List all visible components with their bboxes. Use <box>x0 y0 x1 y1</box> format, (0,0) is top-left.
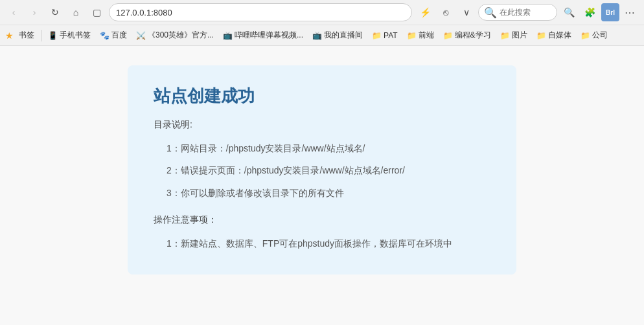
dir-section-label: 目录说明: <box>154 119 490 131</box>
bookmark-star-label[interactable]: 书签 <box>15 28 38 42</box>
bookmark-media[interactable]: 📁 自媒体 <box>533 28 575 42</box>
bookmark-300heroes[interactable]: ⚔️ 《300英雄》官方... <box>132 28 218 42</box>
refresh-button[interactable]: ↻ <box>47 4 63 21</box>
address-bar[interactable]: 127.0.0.1:8080 <box>109 3 412 21</box>
bookmark-coding-label: 编程&学习 <box>455 30 491 41</box>
bookmark-baidu-label: 百度 <box>111 30 127 41</box>
home-button[interactable]: ⌂ <box>67 4 84 21</box>
bookmark-frontend[interactable]: 📁 前端 <box>403 28 438 42</box>
bookmark-pat-label: PAT <box>384 31 398 40</box>
ops-item-1: 1：新建站点、数据库、FTP可在phpstudy面板操作，数据库可在环境中 <box>154 232 490 254</box>
dir-list: 1：网站目录：/phpstudy安装目录/www/站点域名/ 2：错误提示页面：… <box>154 137 490 204</box>
search-icon: 🔍 <box>484 6 497 19</box>
bookmark-300heroes-label: 《300英雄》官方... <box>148 30 214 41</box>
bookmark-coding[interactable]: 📁 编程&学习 <box>439 28 495 42</box>
dir-item-2: 2：错误提示页面：/phpstudy安装目录/www/站点域名/error/ <box>154 159 490 181</box>
bookmark-stream[interactable]: 📺 我的直播间 <box>308 28 367 42</box>
page-content: 站点创建成功 目录说明: 1：网站目录：/phpstudy安装目录/www/站点… <box>0 46 644 325</box>
bookmark-company-label: 公司 <box>592 30 608 41</box>
success-card: 站点创建成功 目录说明: 1：网站目录：/phpstudy安装目录/www/站点… <box>128 65 516 275</box>
nav-right: ⚡ ⎋ ∨ 🔍 🔍 🧩 BrI ⋯ <box>416 3 639 21</box>
browser-chrome: ‹ › ↻ ⌂ ▢ 127.0.0.1:8080 ⚡ ⎋ ∨ 🔍 🔍 🧩 BrI… <box>0 0 644 46</box>
bookmark-media-label: 自媒体 <box>548 30 571 41</box>
bookmark-separator <box>41 30 41 41</box>
back-button[interactable]: ‹ <box>5 4 22 21</box>
heroes-icon: ⚔️ <box>136 31 146 40</box>
share-button[interactable]: ⎋ <box>437 3 455 21</box>
bookmarks-bar: ★ 书签 📱 手机书签 🐾 百度 ⚔️ 《300英雄》官方... 📺 哔哩哔哩弹… <box>0 25 644 45</box>
ops-section-label: 操作注意事项： <box>154 214 490 226</box>
bookmark-images-label: 图片 <box>512 30 527 41</box>
bookmark-bilibili-label: 哔哩哔哩弹幕视频... <box>235 30 303 41</box>
bookmark-bilibili[interactable]: 📺 哔哩哔哩弹幕视频... <box>219 28 307 42</box>
profile-area: BrI ⋯ <box>601 3 639 21</box>
page-title: 站点创建成功 <box>154 85 490 107</box>
star-icon: ★ <box>5 30 14 41</box>
bookmark-baidu[interactable]: 🐾 百度 <box>96 28 131 42</box>
bookmark-mobile[interactable]: 📱 手机书签 <box>44 28 95 42</box>
forward-button[interactable]: › <box>26 4 43 21</box>
avatar[interactable]: BrI <box>601 3 619 21</box>
coding-icon: 📁 <box>443 31 453 40</box>
nav-bar: ‹ › ↻ ⌂ ▢ 127.0.0.1:8080 ⚡ ⎋ ∨ 🔍 🔍 🧩 BrI… <box>0 0 644 25</box>
pat-icon: 📁 <box>372 31 382 40</box>
bookmark-star-text: 书签 <box>19 30 34 41</box>
bookmark-pat[interactable]: 📁 PAT <box>368 30 402 41</box>
media-icon: 📁 <box>536 31 546 40</box>
tab-button[interactable]: ▢ <box>88 4 105 21</box>
images-icon: 📁 <box>500 31 510 40</box>
mobile-icon: 📱 <box>48 31 58 40</box>
bookmark-frontend-label: 前端 <box>419 30 434 41</box>
bookmark-stream-label: 我的直播间 <box>324 30 363 41</box>
lightning-button[interactable]: ⚡ <box>416 3 434 21</box>
bookmark-images[interactable]: 📁 图片 <box>496 28 531 42</box>
frontend-icon: 📁 <box>407 31 417 40</box>
stream-icon: 📺 <box>312 31 322 40</box>
search-box[interactable]: 🔍 <box>478 4 557 21</box>
bookmark-company[interactable]: 📁 公司 <box>577 28 612 42</box>
zoom-button[interactable]: 🔍 <box>560 3 578 21</box>
company-icon: 📁 <box>581 31 590 40</box>
dir-item-3: 3：你可以删除或者修改该目录下的所有文件 <box>154 182 490 204</box>
baidu-icon: 🐾 <box>100 31 109 40</box>
menu-dots[interactable]: ⋯ <box>621 3 639 21</box>
dropdown-button[interactable]: ∨ <box>457 3 476 21</box>
extensions-button[interactable]: 🧩 <box>581 3 599 21</box>
url-text: 127.0.0.1:8080 <box>116 8 405 17</box>
dir-item-1: 1：网站目录：/phpstudy安装目录/www/站点域名/ <box>154 137 490 159</box>
search-input[interactable] <box>500 8 551 17</box>
bilibili-icon: 📺 <box>223 31 233 40</box>
ops-list: 1：新建站点、数据库、FTP可在phpstudy面板操作，数据库可在环境中 <box>154 232 490 254</box>
bookmark-mobile-label: 手机书签 <box>60 30 91 41</box>
